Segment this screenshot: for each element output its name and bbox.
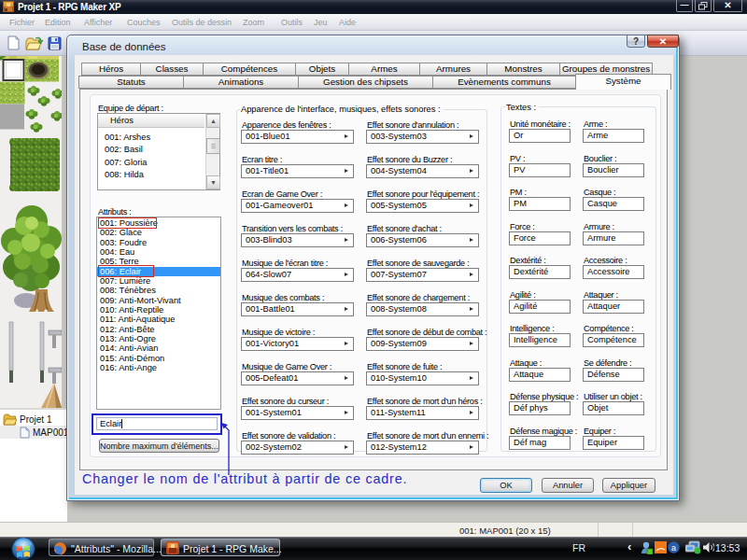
svg-text:a: a — [671, 543, 676, 553]
